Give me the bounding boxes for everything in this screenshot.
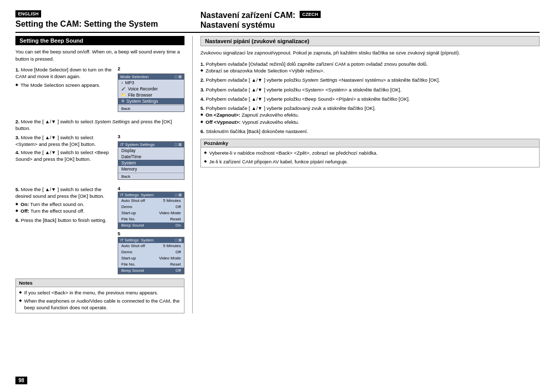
notes-content: If you select <Back> in the menu, the pr… — [16, 287, 184, 313]
step-5-bullet-on: On: Turn the effect sound on. — [15, 201, 115, 208]
notes-header: Notes — [16, 279, 184, 287]
step-5-num: 5. — [15, 186, 20, 192]
step-3-block: 3. Move the [ ▲/▼ ] switch to select <Sy… — [15, 134, 184, 183]
step-6-content: Press the [Back] button to finish settin… — [21, 217, 107, 223]
screen-3-label: 3 — [118, 134, 184, 139]
right-step-4: 4. Pohybem ovladače [ ▲/▼ ] vyberte polo… — [200, 96, 540, 102]
right-title-line1: Nastavení zařízení CAM: — [200, 10, 295, 20]
step-5-block: 5. Move the [ ▲/▼ ] switch to select the… — [15, 186, 184, 274]
notes-box: Notes If you select <Back> in the menu, … — [15, 278, 184, 314]
screen-3-back: Back — [118, 174, 184, 179]
screen-2-label: 2 — [118, 66, 184, 71]
step-6: 6. Press the [Back] button to finish set… — [15, 217, 115, 223]
screen-2-divider — [118, 105, 184, 105]
screen-2-wrapper: 2 Mode Selection □ ⊠ ♪ MP3 🎤 Voice Recor… — [118, 66, 184, 115]
screen-2-filebrowser: 📁 File Browser — [118, 92, 184, 98]
screen-4-titlebar: IT Settings: System □ ⊠ — [118, 192, 184, 198]
right-steps-list: 1. Pohybem ovladače [Ovladač režimů] dol… — [200, 61, 540, 135]
step-2-content: Move the [ ▲/▼ ] switch to select System… — [15, 119, 172, 131]
poznamka-1: Vyberete-li v nabídce možnost <Back> <Zp… — [204, 150, 536, 156]
poznamky-box: Poznámky Vyberete-li v nabídce možnost <… — [200, 139, 540, 167]
poznamky-content: Vyberete-li v nabídce možnost <Back> <Zp… — [201, 147, 539, 167]
left-column: Setting the Beep Sound You can set the b… — [15, 36, 193, 313]
note-2: When the earphones or Audio/Video cable … — [19, 297, 181, 311]
page: ENGLISH Setting the CAM: Setting the Sys… — [0, 0, 555, 392]
page-number: 98 — [15, 377, 27, 384]
right-title-line2: Nastavení systému — [200, 20, 321, 30]
right-header: Nastavení zařízení CAM: CZECH Nastavení … — [190, 10, 540, 30]
screen-5-row-2: DemoOff — [118, 249, 184, 255]
step-5-content: Move the [ ▲/▼ ] switch to select the de… — [15, 186, 104, 199]
step-6-num: 6. — [15, 217, 20, 223]
step-4-num: 4. — [15, 150, 20, 155]
right-header-inner: Nastavení zařízení CAM: CZECH Nastavení … — [200, 10, 540, 30]
screen-3-datetime: Date/Time — [118, 154, 184, 160]
page-header: ENGLISH Setting the CAM: Setting the Sys… — [15, 10, 540, 33]
step-1: 1. Move [Mode Selector] down to turn on … — [15, 66, 115, 80]
left-section-header: Setting the Beep Sound — [15, 36, 184, 45]
screen-2-voice: 🎤 Voice Recorder — [118, 86, 184, 92]
step-1-num: 1. — [15, 67, 20, 72]
poznamky-header: Poznámky — [201, 139, 539, 147]
note-1: If you select <Back> in the menu, the pr… — [19, 289, 181, 296]
content-area: Setting the Beep Sound You can set the b… — [15, 36, 540, 313]
left-header: ENGLISH Setting the CAM: Setting the Sys… — [15, 10, 190, 29]
screen-4-row-1: Auto Shut off5 Minutes — [118, 198, 184, 204]
screen-5-row-3: Start-upVideo Mode — [118, 255, 184, 262]
screen-5-row-4: File No.Reset — [118, 262, 184, 268]
right-step-1: 1. Pohybem ovladače [Ovladač režimů] dol… — [200, 61, 540, 74]
step-4-content: Move the [ ▲/▼ ] switch to select <Beep … — [15, 150, 109, 162]
right-titles: Nastavení zařízení CAM: CZECH Nastavení … — [200, 10, 321, 30]
step-3-content: Move the [ ▲/▼ ] switch to select <Syste… — [15, 135, 96, 147]
screen-5-row-1: Auto Shut off5 Minutes — [118, 243, 184, 249]
step-5-text: 5. Move the [ ▲/▼ ] switch to select the… — [15, 186, 115, 274]
screen-4-row-2: DemoOff — [118, 204, 184, 210]
right-step-3: 3. Pohybem ovladače [ ▲/▼ ] vyberte polo… — [200, 86, 540, 93]
screen-4-row-4: File No.Reset — [118, 216, 184, 222]
screen-5-row-5: Beep SoundOff — [118, 268, 184, 274]
right-step-5: 5. Pohybem ovladače [ ▲/▼ ] vyberte poža… — [200, 105, 540, 125]
right-step-5-bullet-on: On <Zapnout>: Zapnutí zvukového efektu. — [200, 111, 540, 118]
screen-4-label: 4 — [118, 186, 184, 191]
step-3: 3. Move the [ ▲/▼ ] switch to select <Sy… — [15, 134, 115, 148]
step-1-bullet: The Mode Selection screen appears. — [15, 82, 115, 88]
step-5-bullet-off: Off: Turn the effect sound off. — [15, 208, 115, 214]
right-step-2: 2. Pohybem ovladače [ ▲/▼ ] vyberte polo… — [200, 77, 540, 83]
czech-badge: CZECH — [300, 11, 321, 18]
step-2: 2. Move the [ ▲/▼ ] switch to select Sys… — [15, 118, 184, 132]
step-2-num: 2. — [15, 119, 20, 124]
step-5: 5. Move the [ ▲/▼ ] switch to select the… — [15, 186, 115, 200]
step-1-block: 1. Move [Mode Selector] down to turn on … — [15, 66, 184, 115]
screen-3: IT System Settings □ ⊠ Display Date/Time… — [118, 141, 184, 180]
screen-2: Mode Selection □ ⊠ ♪ MP3 🎤 Voice Recorde… — [118, 73, 184, 112]
right-step-1-bullet: Zobrazí se obrazovka Mode Selection <Výb… — [200, 67, 540, 74]
screen-3-titlebar: IT System Settings □ ⊠ — [118, 142, 184, 147]
screens-4-5-wrapper: 4 IT Settings: System □ ⊠ Auto Shut off5… — [118, 186, 184, 274]
step-1-content: Move [Mode Selector] down to turn on the… — [15, 67, 112, 79]
step-3-num: 3. — [15, 135, 20, 140]
screen-5-label: 5 — [118, 231, 184, 236]
right-intro: Zvukovou signalizaci lze zapnout/vypnout… — [200, 49, 540, 56]
right-section-header: Nastavení pípání (zvukové signalizace) — [200, 36, 540, 46]
screen-2-titlebar: Mode Selection □ ⊠ — [118, 74, 184, 80]
screen-3-divider — [118, 173, 184, 173]
screen-4-row-5: Beep SoundOn — [118, 222, 184, 229]
left-title: Setting the CAM: Setting the System — [15, 19, 190, 29]
screen-2-mp3: ♪ MP3 — [118, 80, 184, 86]
english-badge: ENGLISH — [15, 10, 190, 19]
step-1-text: 1. Move [Mode Selector] down to turn on … — [15, 66, 115, 115]
screen-3-memory: Memory — [118, 166, 184, 172]
screen-3-system: System — [118, 160, 184, 166]
screen-3-display: Display — [118, 147, 184, 154]
step-4: 4. Move the [ ▲/▼ ] switch to select <Be… — [15, 149, 115, 163]
screen-3-wrapper: 3 IT System Settings □ ⊠ Display Date/Ti… — [118, 134, 184, 183]
screen-5-titlebar: IT Settings: System □ ⊠ — [118, 237, 184, 243]
screen-4-row-3: Start-upVideo Mode — [118, 210, 184, 216]
step-3-text: 3. Move the [ ▲/▼ ] switch to select <Sy… — [15, 134, 115, 183]
right-step-5-bullet-off: Off <Vypnout>: Vypnutí zvukového efektu. — [200, 119, 540, 125]
screen-2-system: ⚙ System Settings — [118, 98, 184, 104]
screen-2-back: Back — [118, 106, 184, 111]
left-intro: You can set the beep sound on/off. When … — [15, 48, 184, 62]
right-step-6: 6. Stisknutím tlačítka [Back] dokončete … — [200, 128, 540, 135]
screen-4: IT Settings: System □ ⊠ Auto Shut off5 M… — [118, 192, 184, 229]
